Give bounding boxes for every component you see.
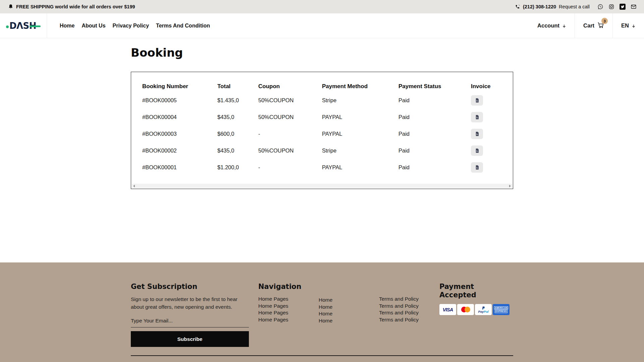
logo[interactable]: DΛSH [0, 13, 47, 38]
payment-status: Paid [398, 131, 471, 137]
site-footer: Get Subscription Sign up to our newslett… [0, 262, 644, 362]
payment-method: PAYPAL [322, 114, 398, 120]
total: $435,0 [217, 114, 258, 120]
coupon: - [258, 164, 322, 171]
coupon: - [258, 131, 322, 137]
navigation-title: Navigation [258, 283, 439, 291]
col-coupon: Coupon [258, 83, 322, 90]
col-booking-number: Booking Number [142, 83, 217, 90]
payment-status: Paid [398, 147, 471, 154]
payment-method: Stripe [322, 97, 398, 104]
twitter-icon[interactable] [620, 4, 626, 10]
mastercard-icon [457, 304, 474, 315]
announcement: FREE SHIPPING world wide for all orders … [8, 4, 135, 9]
horizontal-scrollbar[interactable] [132, 184, 512, 188]
payment-method: PAYPAL [322, 164, 398, 171]
invoice-pdf-button[interactable] [471, 145, 483, 156]
cart-count-badge: 3 [601, 18, 608, 24]
phone-link[interactable]: (212) 308-1220 Request a call [515, 4, 590, 9]
coupon: 50%COUPON [258, 147, 322, 154]
total: $1.435,0 [217, 97, 258, 104]
payment-status: Paid [398, 114, 471, 120]
nav-terms-and-condition[interactable]: Terms And Condition [156, 23, 210, 29]
whatsapp-icon[interactable] [597, 4, 603, 10]
nav-privacy-policy[interactable]: Privacy Policy [113, 23, 149, 29]
table-row: #BOOK00002 $435,0 50%COUPON Stripe Paid [131, 142, 513, 159]
chevron-down-icon [632, 23, 636, 28]
booking-number: #BOOK00003 [142, 131, 217, 137]
col-invoice: Invoice [471, 83, 509, 90]
nav-column-terms: Terms and Policy Terms and Policy Terms … [379, 296, 439, 324]
coupon: 50%COUPON [258, 97, 322, 104]
email-input[interactable] [131, 316, 249, 327]
col-total: Total [217, 83, 258, 90]
booking-number: #BOOK00001 [142, 164, 217, 171]
booking-table: Booking Number Total Coupon Payment Meth… [131, 72, 513, 189]
site-header: DΛSH Home About Us Privacy Policy Terms … [0, 13, 644, 38]
main-content: Booking Booking Number Total Coupon Paym… [0, 38, 644, 262]
payment-method: Stripe [322, 147, 398, 154]
invoice-pdf-button[interactable] [471, 162, 483, 173]
language-selector[interactable]: EN [613, 13, 644, 38]
total: $1.200,0 [217, 164, 258, 171]
footer-link-home-pages[interactable]: Home Pages [258, 316, 319, 323]
nav-about-us[interactable]: About Us [82, 23, 105, 29]
footer-link-home[interactable]: Home [319, 310, 379, 317]
table-row: #BOOK00001 $1.200,0 - PAYPAL Paid [131, 159, 513, 176]
scroll-left-icon[interactable] [133, 185, 135, 187]
payment-status: Paid [398, 164, 471, 171]
table-row: #BOOK00004 $435,0 50%COUPON PAYPAL Paid [131, 109, 513, 125]
subscribe-button[interactable]: Subscribe [131, 331, 249, 347]
table-row: #BOOK00005 $1.435,0 50%COUPON Stripe Pai… [131, 92, 513, 109]
payment-accepted-section: Payment Accepted VISA PayPal AMERICAN EX [439, 283, 513, 315]
booking-number: #BOOK00004 [142, 114, 217, 120]
footer-link-terms[interactable]: Terms and Policy [379, 309, 439, 316]
footer-link-home-pages[interactable]: Home Pages [258, 296, 319, 302]
phone-number: (212) 308-1220 [523, 4, 556, 9]
account-label: Account [537, 22, 559, 29]
invoice-pdf-button[interactable] [471, 129, 483, 139]
phone-icon [515, 4, 520, 9]
page: FREE SHIPPING world wide for all orders … [0, 0, 644, 362]
amex-card-icon: AMERICAN EXPRESS [493, 304, 509, 315]
logo-dot-icon [6, 25, 9, 28]
nav-column-home: Home Home Home Home [319, 296, 379, 324]
payment-accepted-title: Payment Accepted [439, 283, 513, 299]
table-row: #BOOK00003 $600,0 - PAYPAL Paid [131, 125, 513, 142]
footer-link-home[interactable]: Home [319, 317, 379, 324]
topbar-contact: (212) 308-1220 Request a call [515, 4, 637, 10]
cart-label: Cart [583, 22, 594, 29]
scroll-right-icon[interactable] [509, 185, 511, 187]
table-header-row: Booking Number Total Coupon Payment Meth… [131, 81, 513, 92]
footer-divider [131, 355, 513, 356]
footer-link-terms[interactable]: Terms and Policy [379, 303, 439, 309]
email-icon[interactable] [631, 4, 637, 10]
subscription-description: Sign up to our newsletter to be the firs… [131, 296, 249, 311]
booking-number: #BOOK00002 [142, 147, 217, 154]
nav-home[interactable]: Home [60, 23, 74, 29]
total: $435,0 [217, 147, 258, 154]
footer-link-terms[interactable]: Terms and Policy [379, 296, 439, 302]
chevron-down-icon [562, 23, 566, 28]
col-payment-method: Payment Method [322, 83, 398, 90]
cart-button[interactable]: Cart 3 [575, 13, 612, 38]
announcement-bar: FREE SHIPPING world wide for all orders … [0, 0, 644, 13]
footer-navigation: Navigation Home Pages Home Pages Home Pa… [258, 283, 439, 324]
footer-link-home[interactable]: Home [319, 297, 379, 303]
footer-link-home[interactable]: Home [319, 304, 379, 310]
col-payment-status: Payment Status [398, 83, 471, 90]
booking-number: #BOOK00005 [142, 97, 217, 104]
footer-link-home-pages[interactable]: Home Pages [258, 309, 319, 316]
main-nav: Home About Us Privacy Policy Terms And C… [60, 13, 210, 38]
page-title: Booking [131, 47, 513, 58]
instagram-icon[interactable] [608, 4, 614, 10]
announcement-text: FREE SHIPPING world wide for all orders … [16, 4, 135, 9]
subscription-section: Get Subscription Sign up to our newslett… [131, 283, 249, 347]
invoice-pdf-button[interactable] [471, 95, 483, 106]
payment-status: Paid [398, 97, 471, 104]
invoice-pdf-button[interactable] [471, 112, 483, 122]
account-menu[interactable]: Account [529, 13, 575, 38]
footer-link-home-pages[interactable]: Home Pages [258, 303, 319, 309]
footer-link-terms[interactable]: Terms and Policy [379, 316, 439, 323]
logo-dash-icon [30, 25, 41, 27]
